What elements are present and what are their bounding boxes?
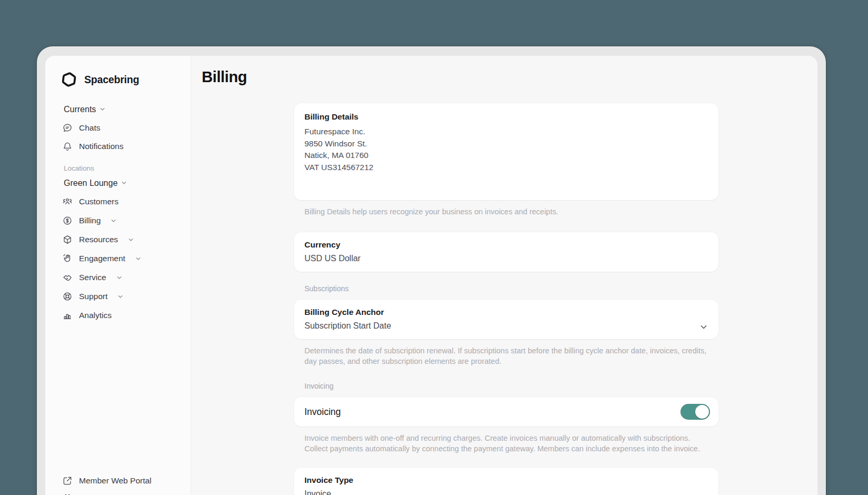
- toggle-knob: [695, 405, 709, 419]
- sidebar-footer: Member Web Portal Release Notes: [45, 472, 191, 495]
- sidebar-item-service[interactable]: Service: [45, 268, 191, 287]
- sidebar-item-member-web-portal[interactable]: Member Web Portal: [45, 472, 191, 489]
- invoicing-helper: Invoice members with one-off and recurri…: [304, 433, 707, 454]
- hand-wave-icon: [62, 253, 73, 264]
- billing-details-line: VAT US314567212: [304, 162, 708, 174]
- sidebar-item-green-lounge[interactable]: Green Lounge: [45, 174, 191, 192]
- settings-column: Billing Details Futurespace Inc. 9850 Wi…: [294, 103, 718, 495]
- app-panel: Spacebring Currents Chats Not: [45, 56, 817, 495]
- chevron-down-icon: [135, 256, 141, 262]
- spacebring-logo-icon: [61, 72, 77, 87]
- billing-cycle-anchor-select[interactable]: Billing Cycle Anchor Subscription Start …: [294, 300, 718, 339]
- bar-chart-icon: [62, 310, 73, 321]
- spacer: [45, 155, 191, 162]
- billing-cycle-anchor-value: Subscription Start Date: [304, 320, 708, 332]
- chat-icon: [62, 123, 73, 133]
- invoicing-toggle[interactable]: [680, 404, 710, 420]
- sidebar-item-resources[interactable]: Resources: [45, 230, 191, 249]
- sidebar-item-support[interactable]: Support: [45, 287, 191, 306]
- main-content: Billing Billing Details Futurespace Inc.…: [191, 56, 817, 495]
- invoicing-section-label: Invoicing: [304, 381, 708, 391]
- billing-details-line: Futurespace Inc.: [304, 126, 708, 138]
- sidebar-nav: Currents Chats Notifications Locatio: [45, 100, 191, 325]
- handshake-icon: [62, 272, 73, 283]
- dollar-circle-icon: [62, 215, 73, 226]
- sidebar-item-notifications[interactable]: Notifications: [45, 137, 191, 155]
- chevron-down-icon: [121, 180, 127, 186]
- external-link-icon: [62, 476, 73, 486]
- location-nav: Customers Billing Resources: [45, 192, 191, 325]
- page-title: Billing: [202, 67, 817, 86]
- invoice-type-select[interactable]: Invoice Type Invoice: [294, 468, 718, 495]
- currency-value: USD US Dollar: [304, 253, 708, 264]
- sidebar-item-analytics[interactable]: Analytics: [45, 306, 191, 325]
- sidebar-item-release-notes[interactable]: Release Notes: [45, 489, 191, 495]
- sidebar-item-engagement[interactable]: Engagement: [45, 249, 191, 268]
- gift-icon: [62, 493, 73, 495]
- invoice-type-value: Invoice: [304, 488, 708, 495]
- sidebar-item-billing[interactable]: Billing: [45, 211, 191, 230]
- chevron-down-icon: [699, 323, 708, 333]
- users-icon: [62, 196, 73, 207]
- sidebar-item-currents[interactable]: Currents: [45, 100, 191, 118]
- invoicing-label: Invoicing: [304, 407, 341, 418]
- lifebuoy-icon: [62, 291, 73, 302]
- chevron-down-icon: [699, 493, 708, 495]
- cube-icon: [62, 234, 73, 245]
- chevron-down-icon: [111, 218, 116, 224]
- chevron-down-icon: [117, 294, 123, 300]
- chevron-down-icon: [100, 106, 105, 112]
- invoicing-row: Invoicing: [294, 397, 718, 427]
- billing-details-helper: Billing Details help users recognize you…: [304, 206, 707, 217]
- sidebar: Spacebring Currents Chats Not: [45, 56, 191, 495]
- app-window: Spacebring Currents Chats Not: [37, 46, 826, 495]
- billing-details-card[interactable]: Billing Details Futurespace Inc. 9850 Wi…: [294, 103, 718, 200]
- locations-section-label: Locations: [45, 162, 191, 174]
- billing-cycle-anchor-label: Billing Cycle Anchor: [304, 306, 708, 318]
- brand: Spacebring: [61, 71, 191, 88]
- chevron-down-icon: [128, 237, 134, 243]
- billing-details-line: Natick, MA 01760: [304, 150, 708, 162]
- bell-icon: [62, 141, 73, 152]
- invoice-type-label: Invoice Type: [304, 474, 708, 486]
- sidebar-item-customers[interactable]: Customers: [45, 192, 191, 211]
- currency-label: Currency: [304, 239, 708, 250]
- brand-name: Spacebring: [84, 74, 139, 86]
- sidebar-item-chats[interactable]: Chats: [45, 118, 191, 137]
- subscriptions-section-label: Subscriptions: [304, 283, 708, 294]
- chevron-down-icon: [116, 275, 122, 281]
- billing-details-title: Billing Details: [304, 111, 708, 122]
- currency-card[interactable]: Currency USD US Dollar: [294, 232, 718, 272]
- billing-cycle-anchor-helper: Determines the date of subscription rene…: [304, 345, 707, 367]
- billing-details-line: 9850 Windsor St.: [304, 138, 708, 150]
